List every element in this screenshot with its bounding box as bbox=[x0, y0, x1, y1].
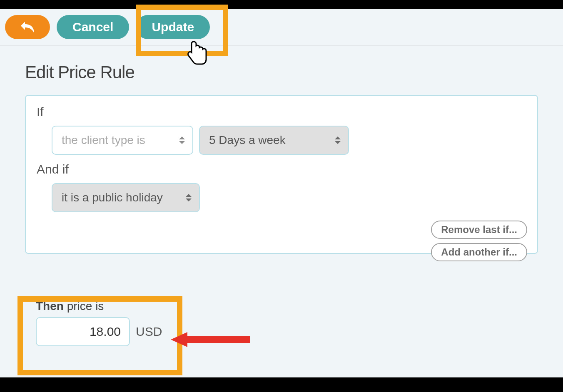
if-label: If bbox=[36, 105, 527, 119]
then-rest: price is bbox=[64, 300, 104, 313]
condition-row-1: the client type is 5 Days a week bbox=[36, 126, 527, 155]
condition2-select[interactable]: it is a public holiday bbox=[52, 183, 200, 212]
currency-label: USD bbox=[136, 325, 162, 339]
condition-value-select[interactable]: 5 Days a week bbox=[199, 126, 349, 155]
window-bottom-bar bbox=[0, 377, 563, 392]
condition2-text: it is a public holiday bbox=[62, 191, 163, 204]
chevron-updown-icon bbox=[178, 135, 186, 145]
update-button[interactable]: Update bbox=[136, 15, 210, 39]
then-label: Then price is bbox=[36, 300, 162, 313]
remove-last-if-button[interactable]: Remove last if... bbox=[431, 221, 527, 239]
chevron-updown-icon bbox=[185, 193, 192, 203]
cancel-button[interactable]: Cancel bbox=[57, 15, 129, 39]
condition-type-select[interactable]: the client type is bbox=[52, 126, 193, 155]
condition-row-2: it is a public holiday bbox=[36, 183, 527, 212]
condition-type-value: the client type is bbox=[62, 134, 145, 147]
page-content: Edit Price Rule If the client type is 5 … bbox=[0, 46, 563, 254]
undo-arrow-icon bbox=[19, 20, 36, 34]
chevron-updown-icon bbox=[334, 135, 341, 145]
andif-label: And if bbox=[36, 162, 527, 176]
then-bold: Then bbox=[36, 300, 64, 313]
svg-marker-0 bbox=[171, 332, 250, 347]
window-top-bar bbox=[0, 0, 563, 9]
condition-value-text: 5 Days a week bbox=[209, 134, 286, 147]
page-title: Edit Price Rule bbox=[25, 62, 538, 82]
if-actions: Remove last if... Add another if... bbox=[431, 221, 527, 261]
back-button[interactable] bbox=[5, 15, 50, 39]
action-bar: Cancel Update bbox=[0, 9, 563, 46]
rule-card: If the client type is 5 Days a week And … bbox=[25, 95, 538, 254]
annotation-arrow-icon bbox=[171, 331, 250, 348]
then-section: Then price is USD bbox=[36, 300, 162, 346]
add-another-if-button[interactable]: Add another if... bbox=[431, 243, 527, 261]
price-input[interactable] bbox=[36, 317, 130, 346]
